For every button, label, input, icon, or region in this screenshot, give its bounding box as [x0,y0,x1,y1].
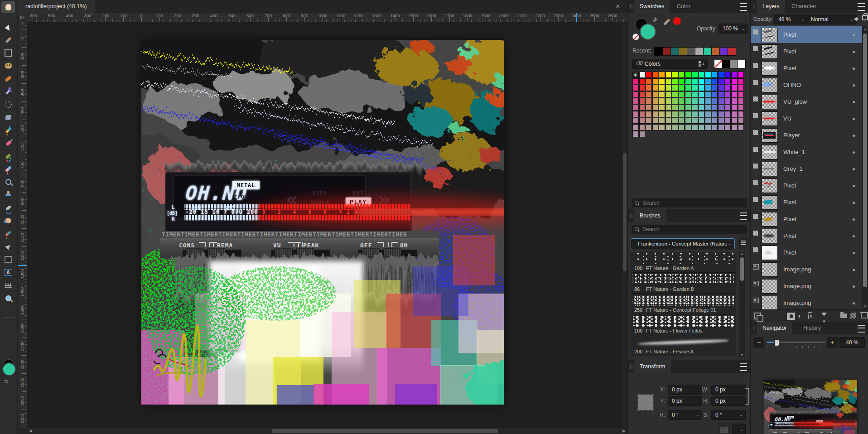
tab-navigator[interactable]: Navigator [757,322,792,334]
palette-swatch[interactable] [725,124,731,130]
palette-swatch[interactable] [718,118,724,124]
zoom-slider[interactable] [767,342,825,343]
palette-swatch[interactable] [672,78,678,85]
tool-button[interactable] [1,189,15,201]
layer-thumbnail[interactable] [762,162,778,176]
palette-swatch[interactable] [685,111,691,117]
swatches-search-input[interactable]: Search [632,198,747,207]
tool-button[interactable] [1,176,15,188]
brush-list-view-icon[interactable] [739,238,748,249]
layer-row[interactable]: Pixel ● [751,194,862,211]
palette-swatch[interactable] [639,85,646,91]
layer-thumbnail[interactable] [762,229,778,243]
palette-swatch[interactable] [731,118,738,124]
palette-swatch[interactable] [679,78,685,85]
layer-row[interactable]: Pixel ● [751,177,862,194]
layer-name[interactable]: Image.png [783,283,852,289]
palette-swatch[interactable] [659,78,665,85]
panel-menu-icon[interactable] [740,212,747,220]
palette-swatch[interactable] [718,92,724,98]
panel-menu-icon[interactable] [740,363,747,371]
layer-name[interactable]: VU_glow [783,98,852,105]
palette-category-dropdown[interactable]: Colors⌄ [632,59,708,69]
palette-swatch[interactable] [699,105,705,111]
x-field[interactable]: 0 px [668,385,702,395]
tool-button[interactable] [1,125,15,136]
palette-swatch[interactable] [725,85,731,91]
panel-grip[interactable]: || [752,3,756,9]
palette-swatch[interactable] [731,72,738,78]
palette-swatch[interactable] [665,85,672,91]
recent-swatch[interactable] [687,47,695,56]
brush-category-dropdown[interactable]: Frankentoon - Concept Master (Nature⌄ [631,238,735,249]
primary-colour-swatch[interactable] [2,362,16,376]
swap-colours-icon[interactable]: ↻ [4,378,10,385]
palette-swatch[interactable] [672,85,678,91]
layer-row[interactable]: Pixel ● [751,43,862,60]
brush-item[interactable]: 200FT Nature - Fescue A [631,335,736,356]
layer-thumbnail[interactable] [762,61,778,76]
palette-swatch[interactable] [672,124,678,130]
palette-swatch[interactable] [692,105,698,111]
palette-swatch[interactable] [718,124,724,130]
scrollbar-thumb[interactable] [623,153,627,271]
layer-effects-icon[interactable]: fx [808,312,817,320]
palette-swatch[interactable] [705,92,711,98]
palette-swatch[interactable] [718,85,724,91]
canvas-vertical-scrollbar[interactable] [622,22,627,428]
layer-visibility-icon[interactable]: ● [852,216,862,222]
tool-button[interactable] [1,1,15,13]
tab-swatches[interactable]: Swatches [634,0,670,13]
palette-swatch[interactable] [639,78,646,85]
palette-swatch[interactable] [731,105,738,111]
layer-visibility-icon[interactable]: ● [852,233,862,239]
zoom-out-button[interactable]: − [753,337,764,348]
palette-swatch[interactable] [652,98,659,104]
tool-button[interactable] [1,99,15,111]
palette-swatch[interactable] [685,98,691,104]
palette-swatch[interactable] [712,78,718,85]
tool-button[interactable] [1,73,15,85]
horizontal-ruler[interactable]: -600-500-400-300-200-1000100200300400500… [27,13,627,22]
palette-swatch[interactable] [679,72,685,78]
palette-swatch[interactable] [632,105,639,111]
layer-row[interactable]: Image.png ● [751,294,862,309]
palette-swatch[interactable] [692,124,698,130]
tab-brushes[interactable]: Brushes [634,209,666,222]
scroll-up-icon[interactable]: ▲ [739,252,745,256]
palette-swatch[interactable] [699,118,705,124]
layer-name[interactable]: Pixel [783,31,852,38]
palette-swatch[interactable] [718,72,724,78]
palette-swatch[interactable] [632,92,639,98]
palette-swatch[interactable] [692,78,698,85]
layer-thumbnail[interactable] [762,78,778,92]
palette-swatch[interactable] [632,131,639,137]
palette-swatch[interactable] [659,92,665,98]
layer-visibility-icon[interactable]: ● [852,99,862,105]
palette-swatch[interactable] [652,78,659,85]
palette-swatch[interactable] [705,105,711,111]
palette-swatch[interactable] [672,111,678,117]
palette-swatch[interactable] [679,92,685,98]
palette-swatch[interactable] [639,98,646,104]
palette-swatch[interactable] [725,78,731,85]
brush-item[interactable]: 100FT Nature - Garden A [631,252,736,273]
palette-swatch[interactable] [659,118,665,124]
palette-swatch[interactable] [632,98,639,104]
s-field[interactable]: 0 °⌄ [711,410,746,420]
palette-swatch[interactable] [685,78,691,85]
layer-name[interactable]: Image.png [783,266,852,273]
tool-button[interactable] [1,254,15,265]
palette-swatch[interactable] [632,124,639,130]
layer-row[interactable]: Grey_1 ● [751,160,862,178]
palette-swatch[interactable] [705,118,711,124]
layer-row[interactable]: Pixel ● [751,227,862,245]
layer-visibility-icon[interactable]: ● [852,166,862,172]
palette-swatch[interactable] [685,124,691,130]
panel-grip[interactable]: || [630,363,633,369]
palette-swatch[interactable] [646,124,652,130]
layer-visibility-icon[interactable]: ● [852,199,862,206]
palette-swatch[interactable] [659,85,665,91]
scroll-left-icon[interactable]: ◀ [29,429,32,434]
layer-thumbnail[interactable] [762,212,778,227]
